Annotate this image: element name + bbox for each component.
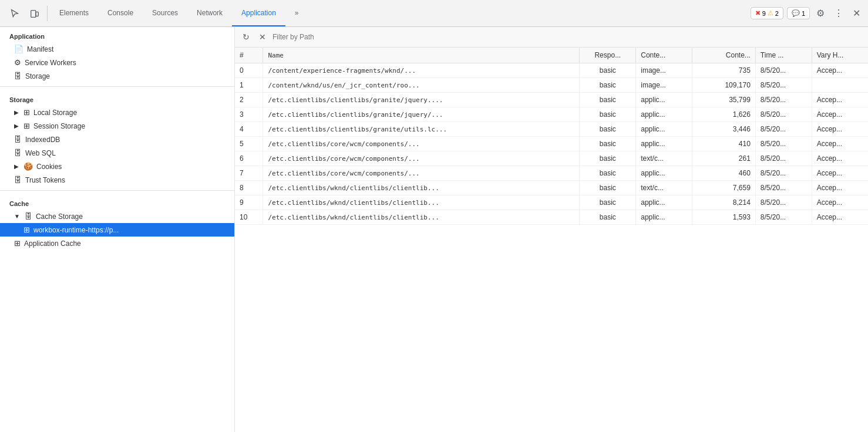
- svg-rect-1: [36, 12, 39, 16]
- cell-time: 8/5/20...: [755, 151, 812, 166]
- cell-time: 8/5/20...: [755, 63, 812, 78]
- devtools-body: Application 📄 Manifest ⚙ Service Workers…: [0, 27, 868, 432]
- settings-btn[interactable]: ⚙: [813, 5, 827, 22]
- cursor-icon-btn[interactable]: [5, 5, 25, 22]
- warnings-count: 2: [775, 10, 779, 17]
- cell-content-length: 735: [692, 63, 756, 78]
- cell-time: 8/5/20...: [755, 93, 812, 107]
- cell-time: 8/5/20...: [755, 78, 812, 93]
- indexed-db-icon: 🗄: [14, 135, 22, 144]
- cell-time: 8/5/20...: [755, 166, 812, 181]
- errors-badge-btn[interactable]: ✖ 9 ⚠ 2: [751, 7, 783, 19]
- cell-vary: Accep...: [812, 151, 868, 166]
- table-row[interactable]: 5 /etc.clientlibs/core/wcm/components/..…: [235, 137, 868, 151]
- col-header-content-type[interactable]: Conte...: [636, 48, 692, 63]
- refresh-btn[interactable]: ↻: [240, 31, 253, 43]
- col-header-vary[interactable]: Vary H...: [812, 48, 868, 63]
- table-row[interactable]: 2 /etc.clientlibs/clientlibs/granite/jqu…: [235, 93, 868, 107]
- cell-content-length: 3,446: [692, 122, 756, 137]
- cell-name: /etc.clientlibs/clientlibs/granite/jquer…: [263, 93, 580, 107]
- sidebar-divider-1: [0, 86, 234, 87]
- cell-time: 8/5/20...: [755, 195, 812, 210]
- cell-name: /etc.clientlibs/core/wcm/components/...: [263, 137, 580, 151]
- tab-network[interactable]: Network: [187, 0, 232, 26]
- cell-content-type: applic...: [636, 166, 692, 181]
- sidebar-item-local-storage[interactable]: ▶ ⊞ Local Storage: [0, 106, 234, 119]
- more-options-btn[interactable]: ⋮: [831, 5, 846, 22]
- tab-application[interactable]: Application: [232, 0, 285, 26]
- sidebar-item-service-workers[interactable]: ⚙ Service Workers: [0, 56, 234, 69]
- col-header-time[interactable]: Time ...: [755, 48, 812, 63]
- cell-name: /content/experience-fragments/wknd/...: [263, 63, 580, 78]
- cell-content-length: 261: [692, 151, 756, 166]
- cell-num: 1: [235, 78, 263, 93]
- cell-vary: Accep...: [812, 210, 868, 225]
- table-row[interactable]: 10 /etc.clientlibs/wknd/clientlibs/clien…: [235, 210, 868, 225]
- cache-expand-arrow-icon: ▼: [14, 213, 20, 220]
- table-row[interactable]: 9 /etc.clientlibs/wknd/clientlibs/client…: [235, 195, 868, 210]
- cell-response: basic: [580, 107, 636, 122]
- web-sql-label: Web SQL: [25, 149, 56, 157]
- sidebar-item-indexed-db[interactable]: 🗄 IndexedDB: [0, 133, 234, 146]
- toolbar-divider: [47, 6, 48, 21]
- message-icon: 💬: [792, 9, 800, 17]
- cell-vary: Accep...: [812, 107, 868, 122]
- sidebar-item-workbox[interactable]: ⊞ workbox-runtime-https://p...: [0, 223, 234, 237]
- service-workers-label: Service Workers: [25, 59, 76, 67]
- table-row[interactable]: 3 /etc.clientlibs/clientlibs/granite/jqu…: [235, 107, 868, 122]
- col-header-name[interactable]: Name: [263, 48, 580, 63]
- table-row[interactable]: 8 /etc.clientlibs/wknd/clientlibs/client…: [235, 181, 868, 195]
- sidebar-item-storage[interactable]: 🗄 Storage: [0, 69, 234, 83]
- sidebar-item-app-cache[interactable]: ⊞ Application Cache: [0, 237, 234, 250]
- table-row[interactable]: 1 /content/wknd/us/en/_jcr_content/roo..…: [235, 78, 868, 93]
- cell-content-length: 410: [692, 137, 756, 151]
- messages-count: 1: [802, 10, 805, 17]
- cell-name: /etc.clientlibs/wknd/clientlibs/clientli…: [263, 210, 580, 225]
- cell-response: basic: [580, 78, 636, 93]
- sidebar-item-session-storage[interactable]: ▶ ⊞ Session Storage: [0, 119, 234, 133]
- col-header-num: #: [235, 48, 263, 63]
- cell-num: 7: [235, 166, 263, 181]
- device-toggle-btn[interactable]: [25, 5, 45, 22]
- cell-vary: Accep...: [812, 122, 868, 137]
- app-cache-icon: ⊞: [14, 239, 21, 248]
- trust-tokens-label: Trust Tokens: [25, 176, 65, 184]
- cell-content-length: 35,799: [692, 93, 756, 107]
- table-row[interactable]: 6 /etc.clientlibs/core/wcm/components/..…: [235, 151, 868, 166]
- sidebar-item-cookies[interactable]: ▶ 🍪 Cookies: [0, 160, 234, 173]
- cell-vary: Accep...: [812, 63, 868, 78]
- table-row[interactable]: 0 /content/experience-fragments/wknd/...…: [235, 63, 868, 78]
- cell-name: /etc.clientlibs/clientlibs/granite/jquer…: [263, 107, 580, 122]
- filter-input[interactable]: [272, 33, 863, 41]
- sidebar-item-manifest[interactable]: 📄 Manifest: [0, 42, 234, 56]
- sidebar-item-trust-tokens[interactable]: 🗄 Trust Tokens: [0, 173, 234, 187]
- close-btn[interactable]: ✕: [850, 5, 863, 22]
- col-header-content-length[interactable]: Conte...: [692, 48, 756, 63]
- tab-more[interactable]: »: [285, 0, 308, 26]
- cell-content-length: 7,659: [692, 181, 756, 195]
- messages-badge-btn[interactable]: 💬 1: [787, 7, 810, 19]
- sidebar-item-web-sql[interactable]: 🗄 Web SQL: [0, 146, 234, 160]
- devtools-toolbar: Elements Console Sources Network Applica…: [0, 0, 868, 27]
- errors-count: 9: [762, 10, 766, 17]
- cell-time: 8/5/20...: [755, 107, 812, 122]
- clear-btn[interactable]: ✕: [256, 31, 269, 43]
- cell-vary: Accep...: [812, 166, 868, 181]
- cell-content-type: image...: [636, 78, 692, 93]
- indexed-db-label: IndexedDB: [25, 136, 60, 144]
- warning-icon: ⚠: [768, 9, 773, 17]
- tab-elements[interactable]: Elements: [50, 0, 98, 26]
- storage-section-label: Storage: [0, 90, 234, 106]
- cell-content-type: image...: [636, 63, 692, 78]
- tab-sources[interactable]: Sources: [143, 0, 187, 26]
- sidebar-item-cache-storage[interactable]: ▼ 🗄 Cache Storage: [0, 210, 234, 223]
- col-header-response[interactable]: Respo...: [580, 48, 636, 63]
- app-cache-label: Application Cache: [24, 239, 81, 248]
- table-row[interactable]: 4 /etc.clientlibs/clientlibs/granite/uti…: [235, 122, 868, 137]
- cell-response: basic: [580, 63, 636, 78]
- tab-console[interactable]: Console: [98, 0, 143, 26]
- cookies-expand-arrow-icon: ▶: [14, 163, 19, 170]
- table-row[interactable]: 7 /etc.clientlibs/core/wcm/components/..…: [235, 166, 868, 181]
- cell-name: /etc.clientlibs/core/wcm/components/...: [263, 166, 580, 181]
- cache-section-label: Cache: [0, 194, 234, 210]
